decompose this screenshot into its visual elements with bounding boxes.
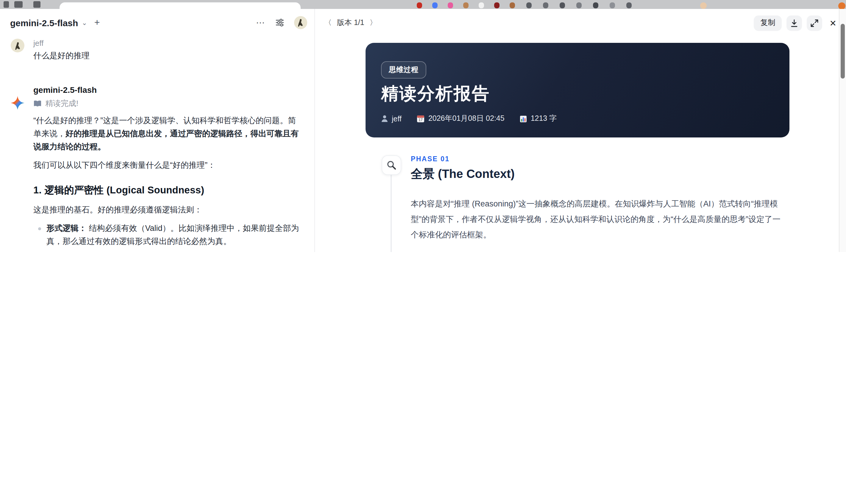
assistant-message: gemini-2.5-flash 精读完成! “什么是好的推理？”这是一个涉及逻… bbox=[0, 85, 314, 252]
version-navigator: 〈 版本 1/1 〉 bbox=[324, 18, 377, 28]
settings-sliders-icon[interactable] bbox=[275, 18, 285, 28]
more-options-button[interactable]: ⋯ bbox=[256, 17, 266, 28]
extension-icon[interactable] bbox=[494, 2, 499, 8]
chat-panel: gemini-2.5-flash ⌄ + ⋯ bbox=[0, 9, 314, 252]
scrollbar-thumb[interactable] bbox=[841, 24, 845, 78]
new-chat-button[interactable]: + bbox=[94, 18, 100, 28]
list-item: 形式逻辑： 结构必须有效（Valid）。比如演绎推理中，如果前提全部为真，那么通… bbox=[47, 222, 300, 248]
chat-message-list[interactable]: jeff 什么是好的推理 gemini-2.5-flash bbox=[0, 33, 314, 252]
gemini-star-icon bbox=[11, 96, 24, 109]
download-button[interactable] bbox=[787, 15, 802, 31]
phase-paragraph: 本内容是对“推理 (Reasoning)”这一抽象概念的高层建模。在知识爆炸与人… bbox=[411, 196, 785, 243]
report-hero-card: 思维过程 精读分析报告 jeff 17 2026年01月08日 02:45 bbox=[366, 43, 790, 138]
extension-icon[interactable] bbox=[610, 2, 615, 8]
extension-icon[interactable] bbox=[510, 2, 515, 8]
close-artifact-button[interactable]: ✕ bbox=[830, 18, 836, 28]
artifact-content[interactable]: 思维过程 精读分析报告 jeff 17 2026年01月08日 02:45 bbox=[315, 34, 840, 252]
extension-icon[interactable] bbox=[463, 2, 469, 8]
section-intro: 这是推理的基石。好的推理必须遵循逻辑法则： bbox=[33, 203, 300, 217]
artifact-panel: 〈 版本 1/1 〉 复制 ✕ bbox=[314, 9, 846, 252]
chevron-down-icon: ⌄ bbox=[82, 19, 87, 26]
bullet-list: 形式逻辑： 结构必须有效（Valid）。比如演绎推理中，如果前提全部为真，那么通… bbox=[33, 222, 300, 252]
browser-profile-avatar[interactable] bbox=[700, 2, 707, 9]
copy-button[interactable]: 复制 bbox=[754, 15, 782, 31]
assistant-name: gemini-2.5-flash bbox=[33, 85, 300, 95]
expand-fullscreen-button[interactable] bbox=[807, 15, 823, 31]
browser-menu-icon[interactable] bbox=[33, 1, 40, 8]
browser-corner-icon[interactable] bbox=[838, 2, 845, 9]
extension-icon[interactable] bbox=[432, 2, 438, 8]
intro-paragraph: “什么是好的推理？”这是一个涉及逻辑学、认知科学和哲学核心的问题。简单来说，好的… bbox=[33, 114, 300, 153]
report-title: 精读分析报告 bbox=[381, 82, 490, 106]
user-name: jeff bbox=[33, 39, 300, 48]
assistant-status: 精读完成! bbox=[33, 98, 300, 109]
book-icon bbox=[33, 100, 42, 107]
browser-active-tab[interactable] bbox=[59, 2, 301, 9]
report-author: jeff bbox=[381, 114, 402, 123]
magnifier-icon bbox=[382, 155, 401, 175]
phase-title: 全景 (The Context) bbox=[411, 166, 785, 182]
app-window: gemini-2.5-flash ⌄ + ⋯ bbox=[0, 9, 846, 252]
person-icon bbox=[381, 115, 388, 123]
version-prev-button[interactable]: 〈 bbox=[324, 18, 332, 28]
extension-icon[interactable] bbox=[543, 2, 548, 8]
calendar-icon: 17 bbox=[417, 115, 425, 123]
browser-tab-grid-icon[interactable] bbox=[14, 1, 23, 8]
extension-icon[interactable] bbox=[448, 2, 453, 8]
browser-topbar bbox=[0, 0, 846, 9]
report-date: 17 2026年01月08日 02:45 bbox=[417, 114, 505, 124]
screen: gemini-2.5-flash ⌄ + ⋯ bbox=[0, 0, 846, 252]
browser-back-icon[interactable] bbox=[4, 1, 9, 8]
bar-chart-icon bbox=[520, 115, 527, 122]
assistant-body: “什么是好的推理？”这是一个涉及逻辑学、认知科学和哲学核心的问题。简单来说，好的… bbox=[33, 114, 300, 252]
user-avatar[interactable] bbox=[294, 16, 307, 29]
list-item: 不自相矛盾： 推理链条中不能出现“既是又非”的情况。 bbox=[47, 251, 300, 252]
report-word-count: 1213 字 bbox=[520, 114, 557, 124]
version-label: 版本 1/1 bbox=[337, 18, 364, 28]
extension-icon[interactable] bbox=[576, 2, 582, 8]
chat-header: gemini-2.5-flash ⌄ + ⋯ bbox=[10, 14, 307, 32]
model-selector[interactable]: gemini-2.5-flash ⌄ bbox=[10, 18, 87, 28]
extension-icon[interactable] bbox=[417, 2, 422, 8]
section-heading: 1. 逻辑的严密性 (Logical Soundness) bbox=[33, 182, 300, 198]
report-meta: jeff 17 2026年01月08日 02:45 1213 字 bbox=[381, 114, 557, 124]
artifact-toolbar: 〈 版本 1/1 〉 复制 ✕ bbox=[324, 15, 836, 31]
phase-section-1: PHASE 01 全景 (The Context) 本内容是对“推理 (Reas… bbox=[411, 155, 785, 252]
report-badge: 思维过程 bbox=[381, 61, 426, 78]
extension-icon[interactable] bbox=[526, 2, 532, 8]
svg-text:17: 17 bbox=[419, 118, 423, 122]
scrollbar[interactable] bbox=[839, 9, 846, 252]
lead-paragraph: 我们可以从以下四个维度来衡量什么是“好的推理”： bbox=[33, 159, 300, 172]
phase-body: 本内容是对“推理 (Reasoning)”这一抽象概念的高层建模。在知识爆炸与人… bbox=[411, 196, 785, 252]
phase-label: PHASE 01 bbox=[411, 155, 785, 162]
model-name: gemini-2.5-flash bbox=[10, 18, 78, 28]
user-message: jeff 什么是好的推理 bbox=[0, 39, 314, 61]
extension-icon[interactable] bbox=[593, 2, 598, 8]
extension-icon[interactable] bbox=[479, 2, 484, 8]
extension-icon[interactable] bbox=[626, 2, 632, 8]
extension-icon[interactable] bbox=[560, 2, 565, 8]
user-message-avatar bbox=[11, 39, 24, 52]
user-message-text: 什么是好的推理 bbox=[33, 51, 300, 61]
version-next-button[interactable]: 〉 bbox=[370, 18, 377, 28]
